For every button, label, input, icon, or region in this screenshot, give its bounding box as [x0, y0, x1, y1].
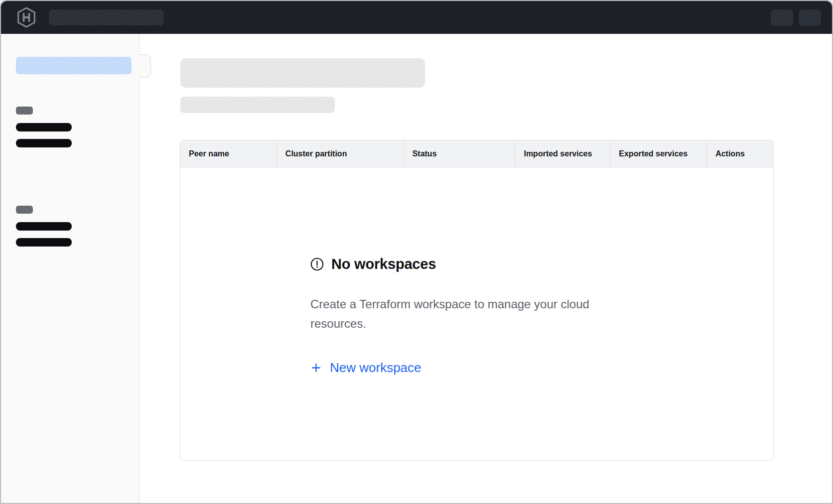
plus-icon — [310, 362, 322, 374]
table-header-row: Peer name Cluster partition Status Impor… — [180, 140, 773, 167]
column-header-exported-services: Exported services — [610, 140, 707, 167]
main-content: Peer name Cluster partition Status Impor… — [140, 34, 832, 504]
sidebar-nav — [1, 34, 140, 504]
sidebar-item-skeleton-3[interactable] — [16, 222, 72, 231]
search-skeleton-placeholder[interactable] — [49, 9, 163, 25]
empty-state: No workspaces Create a Terraform workspa… — [310, 256, 598, 376]
sidebar-item-selected-skeleton[interactable] — [16, 57, 132, 74]
empty-state-description: Create a Terraform workspace to manage y… — [310, 294, 598, 333]
sidebar-item-skeleton-2[interactable] — [16, 139, 72, 147]
page-subtitle-skeleton — [180, 97, 335, 113]
new-workspace-label: New workspace — [330, 360, 421, 376]
sidebar-collapse-toggle[interactable] — [139, 54, 151, 78]
top-navigation-bar — [1, 1, 832, 34]
empty-state-header: No workspaces — [310, 256, 598, 272]
column-header-status: Status — [404, 140, 516, 167]
table-body: No workspaces Create a Terraform workspa… — [180, 167, 773, 460]
hashicorp-logo-icon[interactable] — [16, 6, 37, 29]
column-header-peer-name: Peer name — [180, 140, 277, 167]
empty-state-title: No workspaces — [331, 256, 436, 272]
sidebar-item-skeleton-4[interactable] — [16, 238, 72, 247]
sidebar-item-skeleton-1[interactable] — [16, 123, 72, 131]
page-title-skeleton — [180, 58, 425, 88]
alert-circle-icon — [310, 257, 324, 271]
topbar-button-skeleton-1[interactable] — [771, 9, 793, 26]
new-workspace-button[interactable]: New workspace — [310, 360, 421, 376]
topbar-button-skeleton-2[interactable] — [799, 9, 821, 26]
column-header-actions: Actions — [707, 140, 773, 167]
sidebar-section-label-skeleton-2 — [16, 206, 33, 214]
column-header-cluster-partition: Cluster partition — [277, 140, 404, 167]
content-row: Peer name Cluster partition Status Impor… — [1, 34, 832, 504]
sidebar-section-label-skeleton-1 — [16, 107, 33, 115]
column-header-imported-services: Imported services — [515, 140, 610, 167]
app-window: Peer name Cluster partition Status Impor… — [0, 0, 833, 504]
peers-table: Peer name Cluster partition Status Impor… — [180, 140, 774, 461]
